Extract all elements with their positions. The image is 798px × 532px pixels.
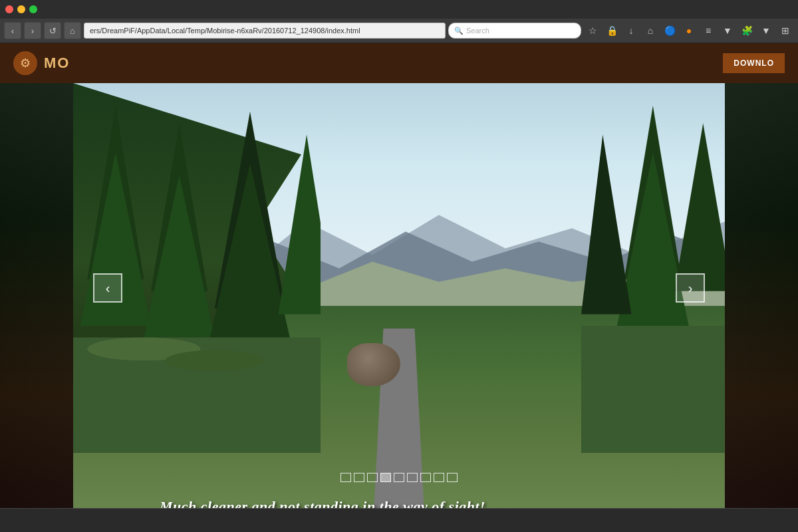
home-icon-button[interactable]: ⌂ — [642, 22, 659, 39]
address-text: ers/DreamPiF/AppData/Local/Temp/Mobirise… — [90, 27, 360, 35]
app-header: ⚙ MO DOWNLO — [0, 43, 798, 83]
app-logo: ⚙ MO — [13, 51, 70, 75]
boulder — [347, 343, 400, 386]
browser-chrome: ‹ › ↺ ⌂ ers/DreamPiF/AppData/Local/Temp/… — [0, 0, 798, 43]
traffic-light-red[interactable] — [5, 5, 13, 13]
home-button[interactable]: ⌂ — [64, 22, 81, 39]
left-sidebar — [0, 83, 73, 529]
website-content: ⚙ MO DOWNLO — [0, 43, 798, 532]
slide-image: Much cleaner and not standing in the way… — [73, 83, 725, 529]
address-bar[interactable]: ers/DreamPiF/AppData/Local/Temp/Mobirise… — [84, 23, 446, 39]
svg-marker-6 — [144, 175, 214, 337]
toolbar-icons: ☆ 🔒 ↓ ⌂ 🔵 ● ≡ ▼ 🧩 ▼ ⊞ — [584, 22, 794, 39]
grid-button[interactable]: ⊞ — [777, 22, 794, 39]
menu2-button[interactable]: ▼ — [757, 22, 775, 39]
slide-dots — [340, 473, 458, 482]
left-sidebar-image — [0, 83, 73, 529]
dot-4[interactable] — [380, 473, 391, 482]
browser-titlebar — [0, 0, 798, 19]
dot-1[interactable] — [340, 473, 351, 482]
svg-rect-17 — [581, 325, 725, 453]
prev-arrow-button[interactable]: ‹ — [93, 273, 122, 303]
next-arrow-button[interactable]: › — [676, 273, 705, 303]
search-placeholder: Search — [466, 27, 489, 35]
svg-point-12 — [165, 350, 264, 370]
dot-9[interactable] — [447, 473, 458, 482]
download-button-browser[interactable]: ↓ — [622, 22, 640, 39]
search-icon: 🔍 — [454, 27, 464, 35]
menu-button[interactable]: ≡ — [700, 22, 717, 39]
gear-icon: ⚙ — [13, 51, 37, 75]
dot-8[interactable] — [434, 473, 444, 482]
puzzle-button[interactable]: 🧩 — [738, 22, 755, 39]
reload-button[interactable]: ↺ — [44, 22, 61, 39]
ext-button[interactable]: ▼ — [719, 22, 736, 39]
browser-toolbar: ‹ › ↺ ⌂ ers/DreamPiF/AppData/Local/Temp/… — [0, 19, 798, 43]
bottom-taskbar — [0, 508, 798, 532]
dot-3[interactable] — [367, 473, 378, 482]
right-sidebar-image — [725, 83, 798, 529]
svg-marker-8 — [207, 164, 293, 349]
prev-arrow-icon: ‹ — [106, 281, 110, 296]
svg-marker-9 — [279, 134, 321, 314]
svg-marker-16 — [581, 134, 631, 314]
dot-7[interactable] — [420, 473, 431, 482]
svg-marker-15 — [675, 123, 725, 291]
app-title: MO — [44, 55, 70, 72]
dot-6[interactable] — [407, 473, 418, 482]
traffic-light-yellow[interactable] — [17, 5, 25, 13]
bookmark-star-button[interactable]: ☆ — [584, 22, 601, 39]
slider-container: Much cleaner and not standing in the way… — [73, 83, 725, 529]
right-sidebar — [725, 83, 798, 529]
dot-5[interactable] — [394, 473, 404, 482]
gear-symbol: ⚙ — [20, 56, 31, 70]
next-arrow-icon: › — [688, 281, 693, 296]
shield-button[interactable]: 🔵 — [661, 22, 678, 39]
dot-2[interactable] — [354, 473, 364, 482]
lock-button[interactable]: 🔒 — [603, 22, 620, 39]
download-button[interactable]: DOWNLO — [723, 53, 785, 73]
traffic-light-green[interactable] — [29, 5, 37, 13]
search-bar[interactable]: 🔍 Search — [448, 23, 581, 39]
back-button[interactable]: ‹ — [4, 22, 21, 39]
forward-button[interactable]: › — [24, 22, 41, 39]
color-button[interactable]: ● — [680, 22, 698, 39]
